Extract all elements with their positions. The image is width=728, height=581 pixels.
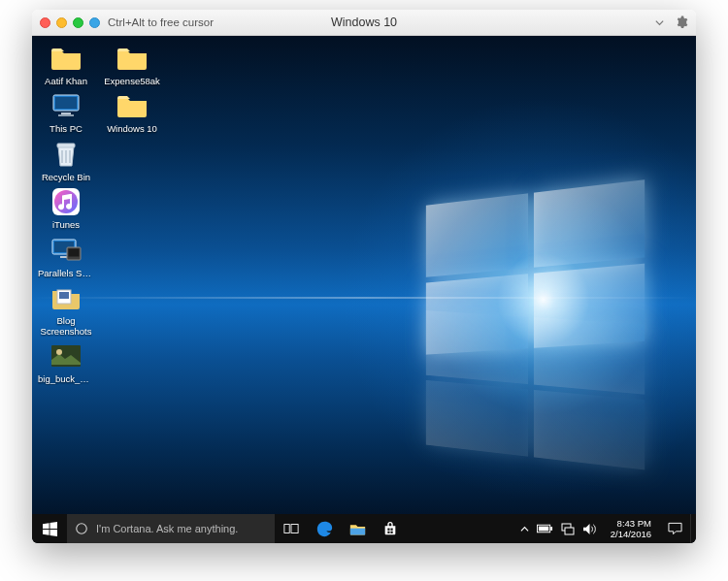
- action-center-button[interactable]: [659, 514, 690, 543]
- action-center-icon: [668, 522, 682, 535]
- desktop-icon-parallels-share[interactable]: Parallels Share…: [40, 234, 92, 278]
- desktop-icon-label: Recycle Bin: [42, 173, 90, 182]
- close-window-button[interactable]: [40, 17, 50, 28]
- desktop-icon-this-pc[interactable]: This PC: [40, 89, 92, 134]
- desktop-icon-label: big_buck_b…: [38, 374, 94, 384]
- parallels-vm-window: Ctrl+Alt to free cursor Windows 10: [32, 10, 696, 543]
- window-controls: [40, 17, 100, 28]
- clock-time: 8:43 PM: [611, 518, 651, 529]
- desktop-icon-big-buck-bunny[interactable]: big_buck_b…: [40, 339, 92, 384]
- minimize-window-button[interactable]: [56, 17, 67, 28]
- desktop-icon-recycle-bin[interactable]: Recycle Bin: [40, 138, 92, 182]
- svg-point-16: [77, 524, 87, 534]
- desktop-icon-label: Parallels Share…: [38, 269, 94, 278]
- taskbar-clock[interactable]: 8:43 PM 2/14/2016: [603, 518, 659, 540]
- desktop-icon-label: This PC: [50, 124, 83, 134]
- tray-volume-icon[interactable]: [582, 523, 597, 535]
- svg-rect-4: [57, 144, 75, 147]
- coherence-mode-button[interactable]: [89, 17, 100, 28]
- desktop-icon-label: Expense58ak: [104, 77, 160, 86]
- desktop-icon-blog-screenshots[interactable]: Blog Screenshots: [40, 281, 92, 337]
- svg-rect-26: [539, 527, 548, 532]
- taskbar-pinned-apps: [275, 514, 407, 543]
- svg-rect-13: [59, 292, 69, 299]
- chevron-up-icon: [520, 525, 529, 533]
- svg-rect-20: [387, 529, 389, 531]
- taskbar-file-explorer-button[interactable]: [341, 514, 374, 543]
- svg-rect-1: [55, 97, 77, 109]
- svg-rect-11: [69, 248, 80, 256]
- zoom-window-button[interactable]: [73, 17, 83, 28]
- cortana-search-box[interactable]: [67, 514, 275, 543]
- taskbar-store-button[interactable]: [374, 514, 407, 543]
- parallels-share-icon: [50, 234, 83, 267]
- taskbar-edge-button[interactable]: [308, 514, 341, 543]
- tray-battery-icon[interactable]: [537, 524, 553, 533]
- folder-icon: [50, 42, 83, 75]
- desktop-icon-user-folder[interactable]: Aatif Khan: [40, 42, 92, 86]
- show-desktop-button[interactable]: [690, 514, 696, 543]
- desktop-icon-expense-folder[interactable]: Expense58ak: [106, 42, 158, 86]
- file-explorer-icon: [349, 522, 366, 536]
- wallpaper-logo-reflection: [426, 310, 645, 469]
- tray-network-icon[interactable]: [561, 523, 575, 535]
- svg-rect-28: [565, 528, 574, 534]
- desktop-icon-label: Blog Screenshots: [40, 316, 92, 337]
- svg-point-6: [54, 190, 78, 213]
- svg-rect-17: [284, 525, 289, 533]
- start-button[interactable]: [32, 514, 67, 543]
- desktop-icon-itunes[interactable]: iTunes: [40, 185, 92, 230]
- svg-rect-21: [390, 529, 392, 531]
- folder-open-icon: [50, 281, 83, 314]
- desktop-icon-windows10-folder[interactable]: Windows 10: [106, 89, 158, 134]
- svg-rect-3: [58, 114, 74, 116]
- folder-icon: [116, 42, 149, 75]
- windows-taskbar: 8:43 PM 2/14/2016: [32, 514, 696, 543]
- svg-rect-19: [349, 528, 364, 534]
- task-view-icon: [283, 522, 299, 535]
- store-icon: [382, 521, 398, 536]
- itunes-icon: [50, 185, 83, 218]
- video-thumbnail-icon: [50, 339, 83, 372]
- tray-overflow-button[interactable]: [520, 525, 529, 533]
- mac-titlebar: Ctrl+Alt to free cursor Windows 10: [32, 10, 696, 36]
- svg-rect-22: [387, 532, 389, 533]
- cursor-release-hint: Ctrl+Alt to free cursor: [108, 16, 214, 28]
- cortana-circle-icon: [75, 522, 88, 535]
- recycle-bin-icon: [50, 138, 83, 171]
- cortana-search-input[interactable]: [96, 523, 267, 534]
- task-view-button[interactable]: [275, 514, 308, 543]
- windows-logo-icon: [43, 522, 57, 536]
- this-pc-icon: [50, 89, 83, 122]
- svg-point-15: [56, 349, 62, 355]
- svg-rect-25: [550, 527, 552, 531]
- desktop-icons-area: Aatif Khan Expense58ak This PC: [40, 42, 158, 385]
- desktop-icon-label: Aatif Khan: [45, 77, 87, 86]
- windows-desktop[interactable]: Aatif Khan Expense58ak This PC: [32, 36, 696, 543]
- vm-settings-button[interactable]: [675, 16, 688, 29]
- svg-rect-23: [390, 532, 392, 533]
- system-tray: 8:43 PM 2/14/2016: [514, 514, 696, 543]
- edge-icon: [316, 521, 333, 537]
- folder-icon: [116, 89, 149, 122]
- titlebar-dropdown-button[interactable]: [654, 17, 665, 28]
- svg-rect-18: [291, 525, 298, 533]
- svg-rect-2: [61, 113, 71, 114]
- desktop-icon-label: Windows 10: [107, 124, 157, 134]
- desktop-icon-label: iTunes: [52, 220, 80, 230]
- clock-date: 2/14/2016: [611, 529, 651, 539]
